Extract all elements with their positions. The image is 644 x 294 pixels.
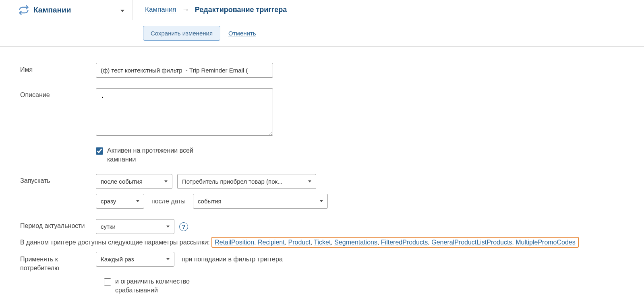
campaigns-logo-icon <box>18 4 29 16</box>
description-textarea[interactable]: . <box>96 88 273 136</box>
active-checkbox[interactable] <box>96 147 103 155</box>
caret-down-icon <box>164 180 168 182</box>
caret-down-icon <box>166 258 170 260</box>
apply-value: Каждый раз <box>101 256 134 263</box>
launch-when-select[interactable]: после события <box>96 174 172 189</box>
launch-delay-select[interactable]: сразу <box>96 194 144 209</box>
caret-down-icon <box>308 180 311 182</box>
relevance-label: Период актуальности <box>20 219 96 230</box>
after-date-text: после даты <box>151 198 186 205</box>
launch-event-value: Потребитель приобрел товар (пок... <box>182 178 283 185</box>
launch-when-value: после события <box>101 178 143 185</box>
caret-down-icon <box>320 200 323 202</box>
param-recipient[interactable]: Recipient <box>258 239 285 246</box>
params-highlight: RetailPosition, Recipient, Product, Tick… <box>211 237 579 248</box>
module-title: Кампании <box>33 6 71 14</box>
breadcrumb-current: Редактирование триггера <box>195 6 287 14</box>
chevron-down-icon <box>120 6 124 13</box>
available-params-row: В данном триггере доступны следующие пар… <box>20 239 608 246</box>
param-segmentations[interactable]: Segmentations <box>334 239 377 246</box>
cancel-link[interactable]: Отменить <box>228 30 256 37</box>
arrow-right-icon: → <box>182 6 189 14</box>
launch-label: Запускать <box>20 174 96 184</box>
apply-select[interactable]: Каждый раз <box>96 252 174 267</box>
module-selector[interactable]: Кампании <box>0 0 133 20</box>
param-generalproductlistproducts[interactable]: GeneralProductListProducts <box>431 239 512 246</box>
apply-suffix: при попадании в фильтр триггера <box>182 256 283 263</box>
form-area: Имя Описание . Активен на протяжении все… <box>0 47 628 294</box>
params-prefix: В данном триггере доступны следующие пар… <box>20 239 211 246</box>
apply-label: Применять к потребителю <box>20 252 96 272</box>
help-icon[interactable]: ? <box>179 222 188 231</box>
top-header: Кампании Кампания → Редактирование тригг… <box>0 0 644 20</box>
active-checkbox-label: Активен на протяжении всей кампании <box>107 146 212 164</box>
action-bar: Сохранить изменения Отменить <box>0 20 644 47</box>
caret-down-icon <box>166 226 170 228</box>
name-input[interactable] <box>96 63 273 78</box>
relevance-select[interactable]: сутки <box>96 219 174 234</box>
limit-checkbox-label: и ограничить количество срабатываний <box>115 277 220 294</box>
breadcrumb: Кампания → Редактирование триггера <box>133 6 287 14</box>
launch-delay-value: сразу <box>101 198 116 205</box>
limit-checkbox[interactable] <box>104 278 111 286</box>
launch-after-target-value: события <box>198 198 222 205</box>
launch-after-target-select[interactable]: события <box>193 194 328 209</box>
param-multiplepromocodes[interactable]: MultiplePromoCodes <box>516 239 576 246</box>
relevance-value: сутки <box>101 223 116 230</box>
caret-down-icon <box>136 200 139 202</box>
save-button[interactable]: Сохранить изменения <box>143 26 220 41</box>
param-filteredproducts[interactable]: FilteredProducts <box>381 239 428 246</box>
limit-checkbox-row[interactable]: и ограничить количество срабатываний <box>104 277 220 294</box>
launch-event-select[interactable]: Потребитель приобрел товар (пок... <box>177 174 316 189</box>
name-label: Имя <box>20 63 96 73</box>
breadcrumb-parent-link[interactable]: Кампания <box>145 6 176 14</box>
param-ticket[interactable]: Ticket <box>314 239 331 246</box>
active-checkbox-row[interactable]: Активен на протяжении всей кампании <box>96 146 212 164</box>
param-product[interactable]: Product <box>288 239 311 246</box>
param-retailposition[interactable]: RetailPosition <box>215 239 254 246</box>
description-label: Описание <box>20 88 96 99</box>
